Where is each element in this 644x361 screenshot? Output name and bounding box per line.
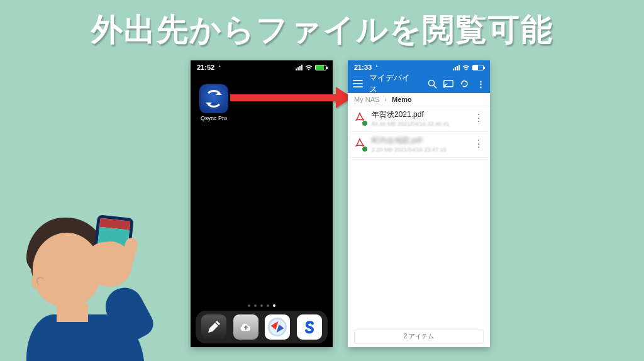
more-icon[interactable]: ⋮ (475, 79, 485, 89)
status-time: 21:33 (354, 64, 379, 71)
person-illustration (18, 197, 169, 361)
dock (196, 311, 328, 343)
wifi-icon (305, 65, 313, 70)
phone-home-screen: 21:52 Qsync Pro (191, 60, 333, 347)
file-name: 年賀状2021.pdf (372, 109, 467, 120)
row-more-icon[interactable]: ⋮ (472, 115, 485, 121)
page-indicator[interactable] (191, 304, 333, 307)
item-count-bar: 2 アイテム (354, 330, 484, 343)
search-icon[interactable] (428, 79, 437, 89)
svg-point-1 (429, 80, 435, 86)
sync-icon (205, 90, 223, 108)
battery-icon (315, 65, 326, 70)
menu-icon[interactable] (353, 79, 363, 89)
signal-icon (296, 65, 303, 70)
row-more-icon[interactable]: ⋮ (472, 141, 485, 147)
chevron-right-icon: › (384, 96, 387, 103)
app-icon-label: Qsync Pro (199, 115, 228, 121)
refresh-icon[interactable] (460, 79, 469, 89)
status-bar: 21:52 (191, 60, 333, 74)
file-meta: 84.66 MB 2021/04/16 22:46:41 (372, 121, 467, 127)
dock-app-safari[interactable] (265, 314, 290, 340)
file-row[interactable]: 町内会地図.pdf 2.20 MB 2021/04/16 23:47:19 ⋮ (348, 132, 490, 158)
dock-app-1[interactable] (201, 314, 226, 340)
arrow-indicator (230, 92, 352, 103)
battery-icon (472, 65, 484, 70)
dock-app-2[interactable] (233, 314, 258, 340)
wifi-icon (462, 65, 470, 70)
pdf-icon (353, 111, 367, 125)
app-toolbar: マイデバイス ⋮ (348, 74, 490, 93)
file-list: 年賀状2021.pdf 84.66 MB 2021/04/16 22:46:41… (348, 106, 490, 158)
pdf-icon (353, 137, 367, 151)
file-meta: 2.20 MB 2021/04/16 23:47:19 (372, 147, 467, 153)
synced-badge-icon (362, 120, 368, 126)
signal-icon (453, 65, 460, 70)
page-title: 外出先からファイルを閲覧可能 (0, 9, 644, 51)
toolbar-title[interactable]: マイデバイス (369, 72, 415, 95)
status-time: 21:52 (197, 64, 221, 71)
app-icon-qsync-pro[interactable]: Qsync Pro (199, 84, 228, 121)
synced-badge-icon (362, 146, 368, 152)
file-name: 町内会地図.pdf (372, 135, 467, 146)
phone-file-app: 21:33 マイデバイス ⋮ My NAS › Memo (348, 60, 490, 347)
svg-point-4 (443, 86, 445, 87)
cast-icon[interactable] (443, 79, 453, 89)
svg-marker-5 (461, 83, 463, 85)
svg-line-2 (434, 85, 437, 88)
breadcrumb-current: Memo (392, 96, 412, 103)
breadcrumb: My NAS › Memo (348, 93, 490, 106)
breadcrumb-root[interactable]: My NAS (354, 96, 379, 103)
dock-app-4[interactable] (297, 314, 322, 340)
file-row[interactable]: 年賀状2021.pdf 84.66 MB 2021/04/16 22:46:41… (348, 106, 490, 132)
